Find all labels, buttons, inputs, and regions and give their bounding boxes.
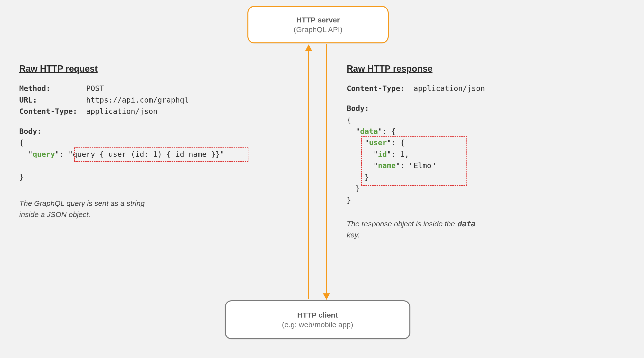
response-caption: The response object is inside the data k… [347, 218, 594, 240]
request-body-close: } [19, 171, 286, 183]
resp-key-id: id [378, 150, 387, 159]
client-title: HTTP client [297, 310, 338, 320]
request-caption: The GraphQL query is sent as a string in… [19, 198, 286, 220]
request-section: Raw HTTP request Method: POST URL: https… [19, 64, 286, 220]
request-body-line: "query": "query { user (id: 1) { id name… [19, 149, 286, 160]
response-caption-pre: The response object is inside the [347, 220, 457, 228]
server-subtitle: (GraphQL API) [294, 25, 342, 34]
resp-l5: "name": "Elmo" [347, 160, 594, 172]
response-content-type-label: Content-Type: [347, 84, 405, 93]
response-caption-emph: data [457, 219, 475, 228]
request-body-block: Body: { "query": "query { user (id: 1) {… [19, 126, 286, 183]
response-caption-post: key. [347, 231, 360, 239]
request-query-value: "query { user (id: 1) { id name }}" [68, 150, 224, 159]
request-url-label: URL: [19, 96, 37, 104]
response-section: Raw HTTP response Content-Type: applicat… [347, 64, 594, 240]
response-body-block: Body: { "data": { "user": { "id": 1, "na… [347, 103, 594, 206]
request-heading: Raw HTTP request [19, 64, 286, 74]
resp-key-data: data [360, 127, 378, 136]
resp-l6: } [347, 172, 594, 183]
response-headers: Content-Type: application/json [347, 83, 594, 94]
response-content-type-value: application/json [414, 84, 485, 93]
response-body-label: Body: [347, 103, 594, 114]
q-open: " [28, 150, 32, 159]
q-close: ": [55, 150, 68, 159]
request-caption-line2: inside a JSON object. [19, 210, 90, 218]
resp-l1: { [347, 114, 594, 126]
response-arrow-line [326, 44, 327, 294]
response-arrowhead-icon [323, 293, 330, 300]
resp-l3: "user": { [347, 137, 594, 149]
resp-key-user: user [369, 138, 387, 147]
request-query-key: query [32, 150, 55, 159]
request-url-value: https://api.com/graphql [86, 96, 189, 104]
request-caption-line1: The GraphQL query is sent as a string [19, 199, 145, 207]
diagram-canvas: HTTP server (GraphQL API) HTTP client (e… [0, 0, 644, 358]
server-node: HTTP server (GraphQL API) [248, 6, 389, 43]
request-content-type-value: application/json [86, 107, 158, 116]
resp-key-name: name [378, 161, 396, 170]
resp-l4: "id": 1, [347, 149, 594, 160]
client-subtitle: (e.g: web/mobile app) [282, 320, 353, 329]
request-method-label: Method: [19, 84, 50, 93]
resp-l8: } [347, 194, 594, 206]
request-arrow-line [308, 50, 309, 299]
resp-l2: "data": { [347, 126, 594, 137]
request-method-value: POST [86, 84, 104, 93]
request-body-label: Body: [19, 126, 286, 137]
request-content-type-label: Content-Type: [19, 107, 77, 116]
server-title: HTTP server [296, 15, 340, 25]
response-heading: Raw HTTP response [347, 64, 594, 74]
request-headers: Method: POST URL: https://api.com/graphq… [19, 83, 286, 117]
client-node: HTTP client (e.g: web/mobile app) [225, 300, 410, 339]
request-body-open: { [19, 137, 286, 149]
resp-l7: } [347, 183, 594, 194]
request-arrowhead-icon [305, 44, 312, 51]
